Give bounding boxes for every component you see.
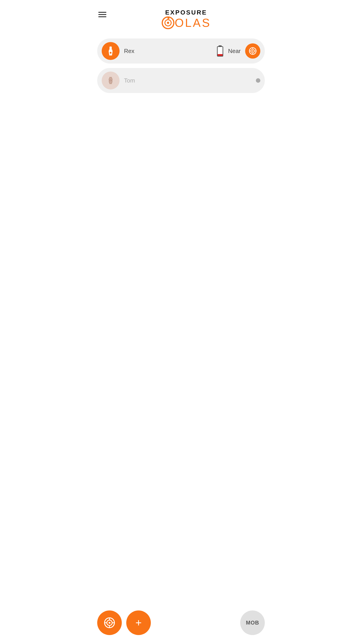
svg-rect-16 <box>109 79 109 80</box>
device-status-dot-tom <box>256 78 260 83</box>
logo-bottom: OLAS <box>161 16 211 30</box>
logo: EXPOSURE OLAS <box>107 9 265 30</box>
watch-icon <box>106 76 115 86</box>
device-avatar-rex <box>102 42 120 60</box>
bottom-target-icon <box>103 616 116 629</box>
svg-rect-6 <box>110 52 111 54</box>
menu-button[interactable] <box>97 11 107 18</box>
device-card-tom[interactable]: Tom <box>97 68 265 93</box>
device-target-button-rex[interactable] <box>245 44 260 58</box>
device-name-tom: Tom <box>124 77 251 84</box>
mob-button[interactable]: MOB <box>240 610 265 635</box>
logo-top-text: EXPOSURE <box>165 9 207 16</box>
plus-icon: + <box>135 618 142 628</box>
svg-rect-18 <box>109 77 112 78</box>
bottom-target-button[interactable] <box>97 610 122 635</box>
flashlight-icon <box>106 46 115 56</box>
device-status-rex: Near <box>228 48 241 54</box>
bottom-bar: + MOB <box>90 606 272 644</box>
logo-target-icon <box>161 16 175 30</box>
target-icon-rex <box>249 47 257 55</box>
device-name-rex: Rex <box>124 48 212 54</box>
svg-point-25 <box>109 622 110 624</box>
device-list: Rex Near <box>90 34 272 98</box>
svg-rect-5 <box>109 50 112 51</box>
logo-bottom-text: OLAS <box>175 16 211 30</box>
header: EXPOSURE OLAS <box>90 0 272 34</box>
device-card-rex[interactable]: Rex Near <box>97 38 265 64</box>
add-device-button[interactable]: + <box>126 610 151 635</box>
svg-rect-19 <box>109 83 112 84</box>
svg-point-9 <box>252 50 253 52</box>
battery-indicator-rex <box>217 46 224 56</box>
svg-rect-17 <box>112 79 113 80</box>
device-avatar-tom <box>102 72 120 90</box>
svg-point-2 <box>167 22 169 24</box>
mob-label: MOB <box>246 620 259 626</box>
svg-rect-4 <box>109 46 112 50</box>
